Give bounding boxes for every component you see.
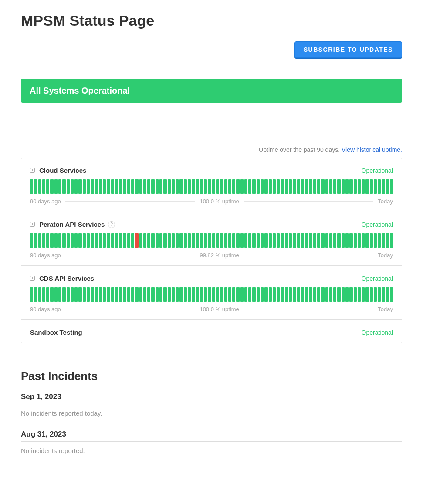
uptime-day-bar[interactable] — [176, 179, 179, 194]
uptime-day-bar[interactable] — [378, 179, 381, 194]
uptime-day-bar[interactable] — [281, 233, 284, 248]
uptime-day-bar[interactable] — [87, 287, 90, 302]
uptime-day-bar[interactable] — [236, 179, 239, 194]
uptime-day-bar[interactable] — [143, 179, 146, 194]
uptime-day-bar[interactable] — [244, 179, 247, 194]
uptime-day-bar[interactable] — [135, 233, 138, 248]
uptime-day-bar[interactable] — [131, 233, 134, 248]
uptime-day-bar[interactable] — [50, 287, 53, 302]
uptime-day-bar[interactable] — [83, 233, 86, 248]
expand-icon[interactable]: + — [30, 222, 35, 227]
uptime-day-bar[interactable] — [337, 233, 340, 248]
uptime-day-bar[interactable] — [119, 179, 122, 194]
uptime-day-bar[interactable] — [342, 233, 345, 248]
uptime-day-bar[interactable] — [220, 179, 223, 194]
uptime-day-bar[interactable] — [313, 179, 316, 194]
uptime-day-bar[interactable] — [342, 179, 345, 194]
uptime-day-bar[interactable] — [273, 233, 276, 248]
uptime-day-bar[interactable] — [342, 287, 345, 302]
uptime-day-bar[interactable] — [115, 233, 118, 248]
uptime-day-bar[interactable] — [325, 287, 328, 302]
uptime-day-bar[interactable] — [34, 179, 37, 194]
uptime-day-bar[interactable] — [139, 233, 142, 248]
uptime-day-bar[interactable] — [358, 287, 361, 302]
uptime-day-bar[interactable] — [188, 287, 191, 302]
uptime-day-bar[interactable] — [289, 179, 292, 194]
uptime-day-bar[interactable] — [67, 233, 70, 248]
uptime-day-bar[interactable] — [345, 287, 349, 302]
uptime-day-bar[interactable] — [370, 233, 373, 248]
uptime-day-bar[interactable] — [228, 179, 231, 194]
uptime-day-bar[interactable] — [58, 287, 61, 302]
uptime-day-bar[interactable] — [212, 233, 215, 248]
uptime-day-bar[interactable] — [325, 233, 328, 248]
uptime-day-bar[interactable] — [345, 233, 349, 248]
uptime-day-bar[interactable] — [179, 287, 183, 302]
uptime-day-bar[interactable] — [358, 233, 361, 248]
uptime-day-bar[interactable] — [232, 233, 235, 248]
uptime-day-bar[interactable] — [325, 179, 328, 194]
uptime-day-bar[interactable] — [374, 287, 377, 302]
uptime-day-bar[interactable] — [58, 179, 61, 194]
uptime-day-bar[interactable] — [390, 233, 393, 248]
uptime-day-bar[interactable] — [204, 179, 207, 194]
uptime-day-bar[interactable] — [87, 233, 90, 248]
uptime-day-bar[interactable] — [131, 179, 134, 194]
uptime-day-bar[interactable] — [216, 179, 219, 194]
uptime-day-bar[interactable] — [228, 233, 231, 248]
uptime-day-bar[interactable] — [62, 179, 65, 194]
uptime-day-bar[interactable] — [34, 287, 37, 302]
uptime-day-bar[interactable] — [151, 287, 154, 302]
expand-icon[interactable]: + — [30, 168, 35, 173]
uptime-day-bar[interactable] — [135, 179, 138, 194]
uptime-day-bar[interactable] — [159, 233, 162, 248]
uptime-day-bar[interactable] — [386, 179, 389, 194]
uptime-day-bar[interactable] — [285, 287, 288, 302]
uptime-day-bar[interactable] — [313, 287, 316, 302]
uptime-day-bar[interactable] — [337, 287, 340, 302]
uptime-day-bar[interactable] — [103, 233, 106, 248]
uptime-day-bar[interactable] — [30, 287, 33, 302]
uptime-day-bar[interactable] — [382, 179, 385, 194]
uptime-day-bar[interactable] — [354, 287, 357, 302]
uptime-day-bar[interactable] — [78, 287, 81, 302]
uptime-day-bar[interactable] — [172, 179, 175, 194]
uptime-day-bar[interactable] — [354, 179, 357, 194]
uptime-day-bar[interactable] — [62, 287, 65, 302]
uptime-day-bar[interactable] — [208, 287, 211, 302]
uptime-day-bar[interactable] — [139, 179, 142, 194]
uptime-day-bar[interactable] — [264, 287, 267, 302]
uptime-day-bar[interactable] — [131, 287, 134, 302]
uptime-day-bar[interactable] — [192, 287, 195, 302]
uptime-day-bar[interactable] — [301, 233, 304, 248]
uptime-day-bar[interactable] — [168, 233, 171, 248]
uptime-day-bar[interactable] — [111, 179, 114, 194]
uptime-day-bar[interactable] — [163, 233, 166, 248]
uptime-day-bar[interactable] — [362, 179, 365, 194]
uptime-day-bar[interactable] — [50, 179, 53, 194]
uptime-day-bar[interactable] — [46, 233, 49, 248]
uptime-day-bar[interactable] — [317, 287, 320, 302]
uptime-day-bar[interactable] — [390, 179, 393, 194]
uptime-day-bar[interactable] — [378, 233, 381, 248]
uptime-day-bar[interactable] — [119, 233, 122, 248]
uptime-day-bar[interactable] — [305, 179, 308, 194]
uptime-day-bar[interactable] — [156, 287, 159, 302]
uptime-day-bar[interactable] — [107, 233, 110, 248]
uptime-day-bar[interactable] — [244, 233, 247, 248]
uptime-day-bar[interactable] — [91, 233, 94, 248]
uptime-day-bar[interactable] — [159, 287, 162, 302]
uptime-day-bar[interactable] — [293, 233, 296, 248]
uptime-day-bar[interactable] — [216, 233, 219, 248]
uptime-day-bar[interactable] — [184, 287, 187, 302]
uptime-day-bar[interactable] — [370, 287, 373, 302]
subscribe-button[interactable]: SUBSCRIBE TO UPDATES — [294, 41, 402, 58]
uptime-day-bar[interactable] — [115, 287, 118, 302]
uptime-day-bar[interactable] — [115, 179, 118, 194]
uptime-day-bar[interactable] — [208, 179, 211, 194]
uptime-day-bar[interactable] — [188, 233, 191, 248]
uptime-day-bar[interactable] — [208, 233, 211, 248]
uptime-day-bar[interactable] — [184, 233, 187, 248]
uptime-day-bar[interactable] — [46, 179, 49, 194]
uptime-day-bar[interactable] — [172, 287, 175, 302]
